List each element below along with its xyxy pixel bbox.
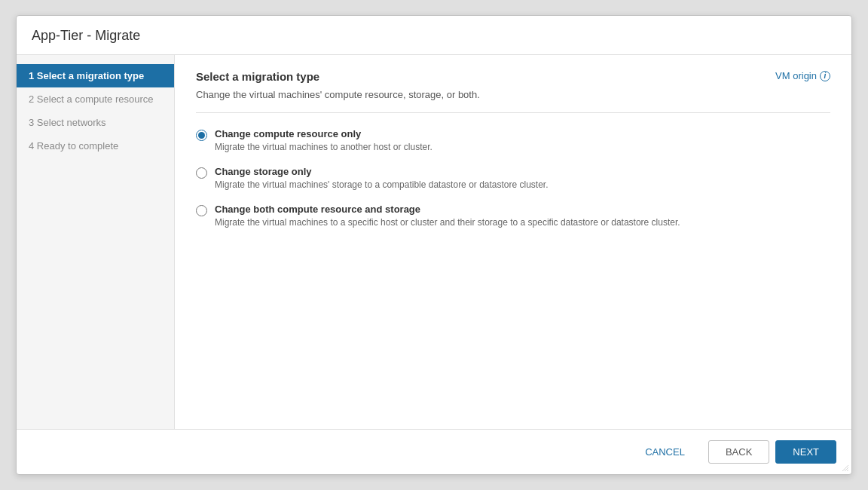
radio-group: Change compute resource only Migrate the… bbox=[196, 128, 830, 228]
next-button[interactable]: NEXT bbox=[775, 440, 836, 464]
back-button[interactable]: BACK bbox=[708, 440, 769, 464]
cancel-button[interactable]: CANCEL bbox=[628, 440, 702, 464]
step-4[interactable]: 4 Ready to complete bbox=[17, 134, 174, 158]
dialog-body: 1 Select a migration type 2 Select a com… bbox=[17, 55, 851, 429]
resize-handle[interactable] bbox=[841, 464, 848, 471]
step-1[interactable]: 1 Select a migration type bbox=[17, 64, 174, 87]
radio-label-3: Change both compute resource and storage bbox=[215, 204, 680, 215]
radio-description-1: Migrate the virtual machines to another … bbox=[215, 142, 432, 152]
content-header: Select a migration type VM origin i bbox=[196, 70, 830, 83]
radio-description-2: Migrate the virtual machines' storage to… bbox=[215, 179, 549, 190]
radio-input-3[interactable] bbox=[196, 205, 207, 216]
step-2[interactable]: 2 Select a compute resource bbox=[17, 87, 174, 111]
radio-input-1[interactable] bbox=[196, 130, 207, 141]
step-3[interactable]: 3 Select networks bbox=[17, 111, 174, 134]
radio-option-2: Change storage only Migrate the virtual … bbox=[196, 166, 830, 190]
radio-label-1: Change compute resource only bbox=[215, 128, 432, 139]
radio-label-group-2: Change storage only Migrate the virtual … bbox=[215, 166, 549, 190]
migrate-dialog: App-Tier - Migrate 1 Select a migration … bbox=[16, 15, 852, 475]
content-subtitle: Change the virtual machines' compute res… bbox=[196, 89, 830, 100]
radio-input-2[interactable] bbox=[196, 167, 207, 179]
svg-line-2 bbox=[847, 470, 848, 471]
radio-option-3: Change both compute resource and storage… bbox=[196, 204, 830, 228]
radio-description-3: Migrate the virtual machines to a specif… bbox=[215, 217, 680, 228]
radio-label-group-1: Change compute resource only Migrate the… bbox=[215, 128, 432, 152]
content-divider bbox=[196, 112, 830, 113]
radio-label-2: Change storage only bbox=[215, 166, 549, 177]
radio-option-1: Change compute resource only Migrate the… bbox=[196, 128, 830, 152]
radio-label-group-3: Change both compute resource and storage… bbox=[215, 204, 680, 228]
steps-panel: 1 Select a migration type 2 Select a com… bbox=[17, 55, 175, 429]
vm-origin-label: VM origin bbox=[775, 70, 817, 81]
dialog-title: App-Tier - Migrate bbox=[17, 16, 851, 55]
main-content: Select a migration type VM origin i Chan… bbox=[175, 55, 851, 429]
vm-origin-link[interactable]: VM origin i bbox=[775, 70, 830, 81]
content-title: Select a migration type bbox=[196, 70, 319, 83]
dialog-footer: CANCEL BACK NEXT bbox=[17, 429, 851, 474]
info-icon: i bbox=[820, 71, 830, 81]
